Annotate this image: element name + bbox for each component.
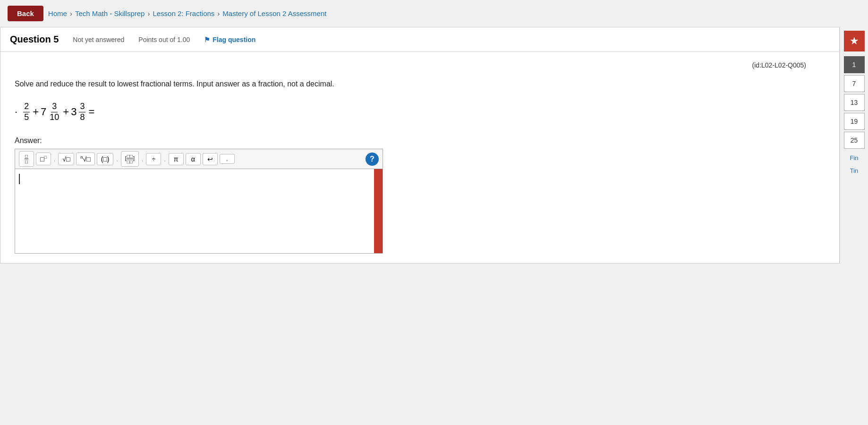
- math-expression: · 2 5 + 7 3 10 + 3: [15, 102, 825, 122]
- flag-question-btn[interactable]: ⚑ Flag question: [204, 36, 255, 43]
- fraction-3-10: 3 10: [49, 102, 60, 122]
- breadcrumb-lesson[interactable]: Lesson 2: Fractions: [153, 9, 214, 17]
- toolbar-redo-btn[interactable]: ,: [220, 154, 235, 164]
- main-container: Question 5 Not yet answered Points out o…: [0, 27, 868, 264]
- question-header: Question 5 Not yet answered Points out o…: [0, 27, 839, 52]
- question-title: Question 5: [10, 34, 59, 45]
- mixed-3-3-8: 3 3 8: [71, 102, 86, 122]
- breadcrumb-home[interactable]: Home: [48, 9, 67, 17]
- toolbar-superscript-btn[interactable]: □□: [36, 153, 51, 165]
- equals-sign: =: [88, 106, 94, 118]
- plus-op-2: +: [63, 106, 69, 118]
- sidebar-q13[interactable]: 13: [844, 94, 865, 111]
- flag-icon: ⚑: [204, 36, 210, 43]
- toolbar-parens-btn[interactable]: (□): [97, 153, 114, 165]
- math-input-area[interactable]: [15, 169, 383, 254]
- question-panel: Question 5 Not yet answered Points out o…: [0, 27, 840, 264]
- sidebar-q7[interactable]: 7: [844, 75, 865, 92]
- plus-op-1: +: [33, 106, 39, 118]
- back-button[interactable]: Back: [8, 6, 43, 21]
- input-scrollbar[interactable]: [374, 169, 383, 253]
- breadcrumb: Home › Tech Math - Skillsprep › Lesson 2…: [48, 9, 327, 17]
- toolbar-divide-btn[interactable]: ÷: [146, 153, 161, 165]
- star-button[interactable]: ★: [844, 31, 865, 51]
- toolbar-help-btn[interactable]: ?: [366, 153, 379, 166]
- breadcrumb-assessment[interactable]: Mastery of Lesson 2 Assessment: [222, 9, 326, 17]
- toolbar-sqrt-btn[interactable]: √□: [58, 153, 74, 165]
- toolbar-fraction-btn[interactable]: □ □: [19, 151, 34, 167]
- finish-link[interactable]: Fin: [850, 154, 858, 162]
- sidebar-q1[interactable]: 1: [844, 56, 865, 73]
- sidebar-q25[interactable]: 25: [844, 132, 865, 149]
- math-toolbar: □ □ □□ , √□ n√□: [15, 149, 383, 169]
- question-status: Not yet answered: [73, 36, 124, 43]
- fraction-3-8: 3 8: [79, 102, 85, 122]
- top-nav: Back Home › Tech Math - Skillsprep › Les…: [0, 0, 868, 27]
- question-id: (id:L02-L02-Q005): [15, 61, 825, 69]
- toolbar-nthroot-btn[interactable]: n√□: [76, 153, 94, 165]
- right-sidebar: ★ 1 7 13 19 25 Fin Tin: [840, 27, 868, 264]
- math-cursor: [19, 174, 20, 184]
- fraction-2-5: 2 5: [23, 102, 30, 122]
- toolbar-matrix-btn[interactable]: [□□□□]: [121, 151, 139, 167]
- answer-label: Answer:: [15, 136, 825, 145]
- question-instruction: Solve and reduce the result to lowest fr…: [15, 78, 825, 90]
- toolbar-alpha-btn[interactable]: α: [186, 153, 201, 165]
- toolbar-undo-btn[interactable]: ↩: [203, 153, 218, 165]
- bullet-symbol: ·: [15, 106, 17, 118]
- timer-link[interactable]: Tin: [850, 167, 859, 174]
- toolbar-pi-btn[interactable]: π: [169, 153, 184, 165]
- flag-label: Flag question: [213, 36, 255, 43]
- sidebar-q19[interactable]: 19: [844, 113, 865, 130]
- breadcrumb-course[interactable]: Tech Math - Skillsprep: [75, 9, 145, 17]
- question-points: Points out of 1.00: [138, 36, 190, 43]
- question-body: (id:L02-L02-Q005) Solve and reduce the r…: [0, 52, 839, 263]
- mixed-7-3-10: 7 3 10: [41, 102, 61, 122]
- star-icon: ★: [850, 35, 859, 47]
